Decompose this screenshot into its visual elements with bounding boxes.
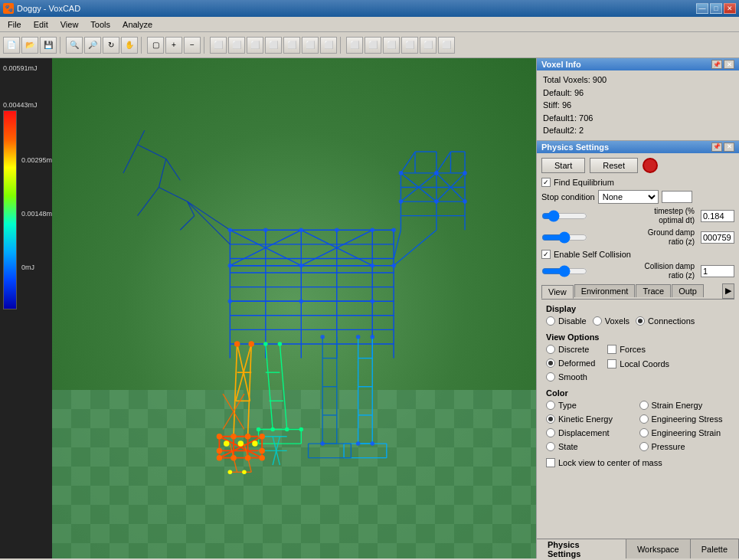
physics-settings-close[interactable]: ✕: [724, 142, 734, 152]
collision-damp-input[interactable]: [701, 265, 734, 277]
menu-edit[interactable]: Edit: [28, 18, 54, 31]
save-btn[interactable]: 💾: [40, 37, 57, 54]
display-disable-row: Disable: [546, 316, 587, 326]
tool-5[interactable]: ⬜: [283, 37, 300, 54]
svg-line-85: [234, 344, 237, 437]
select-btn[interactable]: ▢: [147, 37, 164, 54]
remove-voxel-btn[interactable]: −: [184, 37, 201, 54]
voxel-info-close[interactable]: ✕: [724, 60, 734, 69]
tab-output[interactable]: Outp: [672, 284, 704, 297]
self-collision-row: Enable Self Collision: [541, 250, 734, 259]
ground-damp-slider[interactable]: [541, 233, 587, 242]
tool-4[interactable]: ⬜: [265, 37, 282, 54]
default1-value: 706: [579, 113, 593, 123]
add-voxel-btn[interactable]: +: [165, 37, 182, 54]
open-btn[interactable]: 📂: [21, 37, 38, 54]
svg-point-114: [370, 228, 374, 232]
tool-1[interactable]: ⬜: [210, 37, 227, 54]
tool-6[interactable]: ⬜: [302, 37, 319, 54]
color-eng-stress-radio[interactable]: [639, 414, 649, 424]
display-connections-label: Connections: [648, 316, 695, 326]
start-button[interactable]: Start: [541, 158, 585, 173]
color-pressure-radio[interactable]: [639, 442, 649, 451]
tab-view[interactable]: View: [541, 285, 574, 299]
tool-10[interactable]: ⬜: [383, 37, 400, 54]
svg-point-154: [238, 440, 244, 446]
view-discrete-radio[interactable]: [546, 345, 555, 354]
color-state-label: State: [558, 442, 578, 451]
display-disable-radio[interactable]: [546, 316, 555, 326]
forces-checkbox[interactable]: [607, 345, 616, 354]
local-coords-checkbox[interactable]: [607, 359, 616, 368]
self-collision-checkbox[interactable]: [541, 250, 551, 259]
svg-point-113: [335, 228, 339, 232]
tab-trace[interactable]: Trace: [636, 284, 671, 297]
title-bar: 🐾 Doggy - VoxCAD — □ ✕: [0, 0, 739, 17]
zoom-in-btn[interactable]: 🔍: [66, 37, 83, 54]
voxel-info-controls: 📌 ✕: [711, 60, 734, 69]
tool-13[interactable]: ⬜: [438, 37, 455, 54]
rotate-btn[interactable]: ↻: [103, 37, 119, 54]
new-btn[interactable]: 📄: [3, 37, 20, 54]
pan-btn[interactable]: ✋: [121, 37, 138, 54]
tool-3[interactable]: ⬜: [247, 37, 263, 54]
find-equilibrium-checkbox[interactable]: [541, 178, 551, 187]
tab-environment[interactable]: Environment: [574, 284, 636, 297]
bottom-tab-palette[interactable]: Palette: [691, 539, 739, 558]
tool-11[interactable]: ⬜: [401, 37, 418, 54]
stop-button[interactable]: [643, 158, 658, 173]
tool-8[interactable]: ⬜: [346, 37, 363, 54]
menu-view[interactable]: View: [54, 18, 85, 31]
display-voxels-radio[interactable]: [593, 316, 602, 326]
svg-point-141: [234, 341, 240, 346]
color-type-radio[interactable]: [546, 401, 555, 410]
collision-damp-slider[interactable]: [541, 267, 587, 276]
tab-arrow[interactable]: ▶: [722, 283, 734, 299]
tool-9[interactable]: ⬜: [365, 37, 381, 54]
close-btn[interactable]: ✕: [724, 3, 736, 14]
maximize-btn[interactable]: □: [710, 3, 722, 14]
timestep-slider[interactable]: [541, 211, 587, 221]
stop-condition-input[interactable]: [662, 191, 692, 203]
gradient-bar: [3, 110, 17, 309]
tool-2[interactable]: ⬜: [228, 37, 245, 54]
physics-settings-panel: Physics Settings 📌 ✕ Start Reset F: [537, 141, 739, 539]
lock-view-checkbox[interactable]: [546, 458, 555, 467]
zoom-out-btn[interactable]: 🔎: [84, 37, 101, 54]
voxel-info-pin[interactable]: 📌: [711, 60, 722, 69]
ground-damp-input[interactable]: [701, 231, 734, 244]
bottom-tab-workspace[interactable]: Workspace: [626, 539, 691, 558]
color-kinetic-radio[interactable]: [546, 414, 555, 424]
color-eng-stress-label: Engineering Stress: [652, 414, 723, 424]
tool-12[interactable]: ⬜: [420, 37, 437, 54]
timestep-input[interactable]: [701, 210, 734, 222]
viewport[interactable]: [52, 58, 536, 558]
menu-tools[interactable]: Tools: [84, 18, 116, 31]
reset-button[interactable]: Reset: [590, 158, 638, 173]
view-smooth-radio[interactable]: [546, 372, 555, 382]
tool-7[interactable]: ⬜: [320, 37, 337, 54]
view-deformed-radio[interactable]: [546, 359, 555, 368]
svg-point-133: [320, 335, 325, 339]
physics-content: Start Reset Find Equilibrium Stop condit…: [537, 153, 739, 480]
svg-point-129: [356, 335, 361, 339]
svg-point-138: [285, 427, 289, 432]
color-state-radio[interactable]: [546, 442, 555, 451]
main-container: 0.00591mJ 0.00443mJ 0.00295mJ 0.00148mJ …: [0, 58, 739, 558]
physics-settings-pin[interactable]: 📌: [711, 142, 722, 152]
color-eng-strain-radio[interactable]: [639, 428, 649, 437]
color-pressure-row: Pressure: [639, 442, 731, 451]
menu-analyze[interactable]: Analyze: [116, 18, 159, 31]
bottom-tab-physics[interactable]: Physics Settings: [537, 539, 626, 558]
svg-point-156: [228, 470, 233, 474]
stop-condition-select[interactable]: None Equilibrium Time: [598, 190, 659, 204]
svg-line-38: [401, 152, 415, 173]
color-displacement-radio[interactable]: [546, 428, 555, 437]
menu-file[interactable]: File: [2, 18, 28, 31]
display-connections-radio[interactable]: [636, 316, 645, 326]
svg-line-47: [159, 188, 187, 202]
toolbar: 📄 📂 💾 🔍 🔎 ↻ ✋ ▢ + − ⬜ ⬜ ⬜ ⬜ ⬜ ⬜ ⬜ ⬜ ⬜ ⬜ …: [0, 32, 739, 58]
color-eng-strain-row: Engineering Strain: [639, 428, 731, 437]
minimize-btn[interactable]: —: [696, 3, 708, 14]
color-strain-energy-radio[interactable]: [639, 401, 649, 410]
